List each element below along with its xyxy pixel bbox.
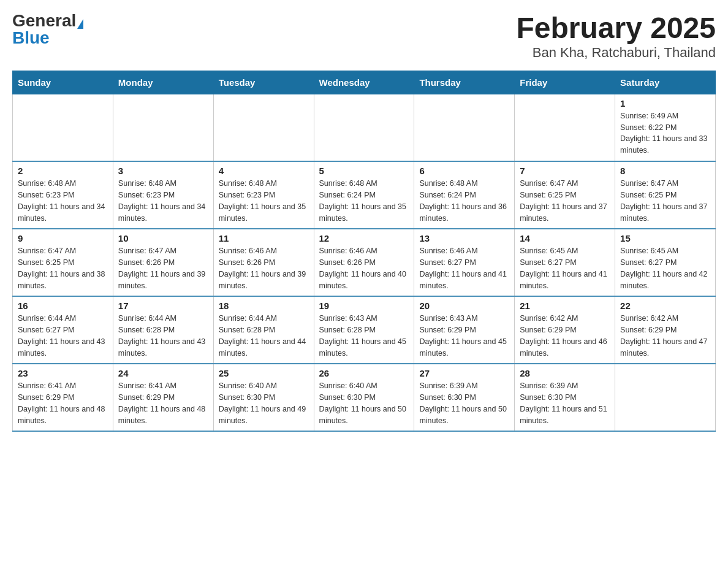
day-info: Sunrise: 6:39 AMSunset: 6:30 PMDaylight:… xyxy=(419,380,509,426)
calendar-day-cell: 5Sunrise: 6:48 AMSunset: 6:24 PMDaylight… xyxy=(314,161,414,229)
day-number: 16 xyxy=(18,301,108,311)
day-info: Sunrise: 6:47 AMSunset: 6:25 PMDaylight:… xyxy=(18,245,108,291)
calendar-day-cell: 12Sunrise: 6:46 AMSunset: 6:26 PMDayligh… xyxy=(314,229,414,296)
day-number: 8 xyxy=(620,166,710,176)
day-number: 9 xyxy=(18,233,108,243)
logo: General Blue xyxy=(12,12,83,47)
weekday-header-friday: Friday xyxy=(515,71,615,94)
calendar-week-row: 23Sunrise: 6:41 AMSunset: 6:29 PMDayligh… xyxy=(13,364,716,431)
calendar-day-cell: 11Sunrise: 6:46 AMSunset: 6:26 PMDayligh… xyxy=(213,229,314,296)
logo-triangle-icon xyxy=(77,19,83,29)
calendar-day-cell: 6Sunrise: 6:48 AMSunset: 6:24 PMDaylight… xyxy=(414,161,515,229)
day-info: Sunrise: 6:41 AMSunset: 6:29 PMDaylight:… xyxy=(18,380,108,426)
day-info: Sunrise: 6:45 AMSunset: 6:27 PMDaylight:… xyxy=(620,245,710,291)
day-info: Sunrise: 6:48 AMSunset: 6:23 PMDaylight:… xyxy=(18,178,108,224)
calendar-day-cell xyxy=(113,94,213,161)
day-info: Sunrise: 6:43 AMSunset: 6:29 PMDaylight:… xyxy=(419,313,509,359)
day-info: Sunrise: 6:44 AMSunset: 6:28 PMDaylight:… xyxy=(219,313,309,359)
day-info: Sunrise: 6:48 AMSunset: 6:23 PMDaylight:… xyxy=(118,178,208,224)
calendar-day-cell: 3Sunrise: 6:48 AMSunset: 6:23 PMDaylight… xyxy=(113,161,213,229)
calendar-day-cell xyxy=(13,94,113,161)
day-number: 1 xyxy=(620,98,710,109)
day-info: Sunrise: 6:47 AMSunset: 6:25 PMDaylight:… xyxy=(520,178,610,224)
calendar-day-cell xyxy=(515,94,615,161)
title-block: February 2025 Ban Kha, Ratchaburi, Thail… xyxy=(516,12,716,61)
day-info: Sunrise: 6:40 AMSunset: 6:30 PMDaylight:… xyxy=(319,380,409,426)
day-number: 12 xyxy=(319,233,409,243)
calendar-day-cell: 26Sunrise: 6:40 AMSunset: 6:30 PMDayligh… xyxy=(314,364,414,431)
day-info: Sunrise: 6:44 AMSunset: 6:27 PMDaylight:… xyxy=(18,313,108,359)
day-info: Sunrise: 6:45 AMSunset: 6:27 PMDaylight:… xyxy=(520,245,610,291)
day-info: Sunrise: 6:47 AMSunset: 6:26 PMDaylight:… xyxy=(118,245,208,291)
day-number: 28 xyxy=(520,368,610,378)
day-number: 11 xyxy=(219,233,309,243)
calendar-day-cell: 8Sunrise: 6:47 AMSunset: 6:25 PMDaylight… xyxy=(615,161,716,229)
day-number: 20 xyxy=(419,301,509,311)
day-number: 14 xyxy=(520,233,610,243)
day-number: 19 xyxy=(319,301,409,311)
day-number: 21 xyxy=(520,301,610,311)
day-info: Sunrise: 6:46 AMSunset: 6:26 PMDaylight:… xyxy=(319,245,409,291)
day-number: 10 xyxy=(118,233,208,243)
logo-general-text: General xyxy=(12,11,76,30)
day-info: Sunrise: 6:41 AMSunset: 6:29 PMDaylight:… xyxy=(118,380,208,426)
calendar-subtitle: Ban Kha, Ratchaburi, Thailand xyxy=(516,45,716,61)
day-info: Sunrise: 6:42 AMSunset: 6:29 PMDaylight:… xyxy=(520,313,610,359)
weekday-header-wednesday: Wednesday xyxy=(314,71,414,94)
calendar-week-row: 9Sunrise: 6:47 AMSunset: 6:25 PMDaylight… xyxy=(13,229,716,296)
day-info: Sunrise: 6:48 AMSunset: 6:24 PMDaylight:… xyxy=(319,178,409,224)
calendar-day-cell: 13Sunrise: 6:46 AMSunset: 6:27 PMDayligh… xyxy=(414,229,515,296)
weekday-header-monday: Monday xyxy=(113,71,213,94)
day-number: 27 xyxy=(419,368,509,378)
day-number: 24 xyxy=(118,368,208,378)
calendar-header: SundayMondayTuesdayWednesdayThursdayFrid… xyxy=(13,71,716,94)
day-info: Sunrise: 6:40 AMSunset: 6:30 PMDaylight:… xyxy=(219,380,309,426)
calendar-day-cell: 16Sunrise: 6:44 AMSunset: 6:27 PMDayligh… xyxy=(13,296,113,364)
logo-blue-text: Blue xyxy=(12,29,50,47)
day-info: Sunrise: 6:46 AMSunset: 6:27 PMDaylight:… xyxy=(419,245,509,291)
calendar-day-cell: 19Sunrise: 6:43 AMSunset: 6:28 PMDayligh… xyxy=(314,296,414,364)
day-info: Sunrise: 6:44 AMSunset: 6:28 PMDaylight:… xyxy=(118,313,208,359)
day-info: Sunrise: 6:47 AMSunset: 6:25 PMDaylight:… xyxy=(620,178,710,224)
calendar-body: 1Sunrise: 6:49 AMSunset: 6:22 PMDaylight… xyxy=(13,94,716,431)
day-info: Sunrise: 6:42 AMSunset: 6:29 PMDaylight:… xyxy=(620,313,710,359)
day-info: Sunrise: 6:49 AMSunset: 6:22 PMDaylight:… xyxy=(620,110,710,156)
day-info: Sunrise: 6:46 AMSunset: 6:26 PMDaylight:… xyxy=(219,245,309,291)
calendar-day-cell: 9Sunrise: 6:47 AMSunset: 6:25 PMDaylight… xyxy=(13,229,113,296)
calendar-day-cell: 27Sunrise: 6:39 AMSunset: 6:30 PMDayligh… xyxy=(414,364,515,431)
day-info: Sunrise: 6:43 AMSunset: 6:28 PMDaylight:… xyxy=(319,313,409,359)
calendar-title: February 2025 xyxy=(516,12,716,45)
calendar-day-cell: 7Sunrise: 6:47 AMSunset: 6:25 PMDaylight… xyxy=(515,161,615,229)
calendar-day-cell xyxy=(414,94,515,161)
day-number: 15 xyxy=(620,233,710,243)
calendar-day-cell: 4Sunrise: 6:48 AMSunset: 6:23 PMDaylight… xyxy=(213,161,314,229)
day-number: 22 xyxy=(620,301,710,311)
calendar-day-cell: 17Sunrise: 6:44 AMSunset: 6:28 PMDayligh… xyxy=(113,296,213,364)
calendar-table: SundayMondayTuesdayWednesdayThursdayFrid… xyxy=(12,71,716,432)
day-number: 5 xyxy=(319,166,409,176)
calendar-day-cell: 2Sunrise: 6:48 AMSunset: 6:23 PMDaylight… xyxy=(13,161,113,229)
day-number: 3 xyxy=(118,166,208,176)
calendar-day-cell: 18Sunrise: 6:44 AMSunset: 6:28 PMDayligh… xyxy=(213,296,314,364)
calendar-day-cell: 25Sunrise: 6:40 AMSunset: 6:30 PMDayligh… xyxy=(213,364,314,431)
calendar-day-cell xyxy=(615,364,716,431)
calendar-week-row: 2Sunrise: 6:48 AMSunset: 6:23 PMDaylight… xyxy=(13,161,716,229)
page-header: General Blue February 2025 Ban Kha, Ratc… xyxy=(12,12,716,61)
weekday-header-row: SundayMondayTuesdayWednesdayThursdayFrid… xyxy=(13,71,716,94)
calendar-day-cell: 24Sunrise: 6:41 AMSunset: 6:29 PMDayligh… xyxy=(113,364,213,431)
calendar-day-cell: 22Sunrise: 6:42 AMSunset: 6:29 PMDayligh… xyxy=(615,296,716,364)
weekday-header-sunday: Sunday xyxy=(13,71,113,94)
day-info: Sunrise: 6:48 AMSunset: 6:24 PMDaylight:… xyxy=(419,178,509,224)
calendar-day-cell: 21Sunrise: 6:42 AMSunset: 6:29 PMDayligh… xyxy=(515,296,615,364)
day-number: 13 xyxy=(419,233,509,243)
weekday-header-tuesday: Tuesday xyxy=(213,71,314,94)
day-number: 17 xyxy=(118,301,208,311)
weekday-header-saturday: Saturday xyxy=(615,71,716,94)
day-info: Sunrise: 6:48 AMSunset: 6:23 PMDaylight:… xyxy=(219,178,309,224)
weekday-header-thursday: Thursday xyxy=(414,71,515,94)
day-number: 18 xyxy=(219,301,309,311)
calendar-day-cell: 15Sunrise: 6:45 AMSunset: 6:27 PMDayligh… xyxy=(615,229,716,296)
calendar-day-cell: 28Sunrise: 6:39 AMSunset: 6:30 PMDayligh… xyxy=(515,364,615,431)
calendar-day-cell xyxy=(314,94,414,161)
calendar-week-row: 16Sunrise: 6:44 AMSunset: 6:27 PMDayligh… xyxy=(13,296,716,364)
